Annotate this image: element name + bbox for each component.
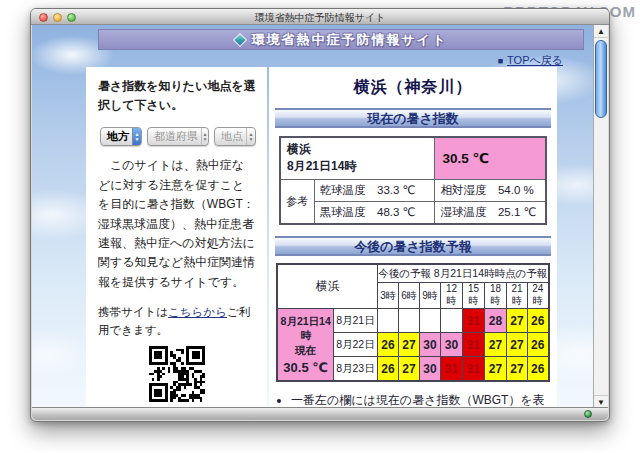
forecast-station-header: 横浜 <box>277 264 377 309</box>
sidebar: 暑さ指数を知りたい地点を選択して下さい。 地方 ▲ ▼ 都道府県 ▲ ▼ <box>86 67 267 408</box>
section-header-current: 現在の暑さ指数 <box>275 108 551 128</box>
forecast-cell: 27 <box>398 357 419 381</box>
forecast-cell <box>440 309 462 333</box>
forecast-cell: 27 <box>506 357 527 381</box>
top-link[interactable]: ■ TOPへ戻る <box>498 53 563 68</box>
prefecture-select[interactable]: 都道府県 ▲ ▼ <box>147 127 209 146</box>
station-cell: 横浜 8月21日14時 <box>280 137 435 179</box>
hour-header: 12時 <box>440 283 462 309</box>
forecast-cell: 26 <box>377 357 398 381</box>
qr-code <box>149 346 205 402</box>
scrollbar-thumb[interactable] <box>595 40 607 118</box>
forecast-cell: 30 <box>419 357 440 381</box>
status-bar <box>32 407 608 420</box>
window-titlebar[interactable]: 環境省熱中症予防情報サイト <box>31 9 609 25</box>
page-content: 環境省熱中症予防情報サイト ■ TOPへ戻る 暑さ指数を知りたい地点を選択して下… <box>32 25 595 408</box>
current-col-label: 現在 <box>279 344 332 358</box>
select-stepper-icon: ▲ ▼ <box>246 128 255 145</box>
status-indicator-icon <box>584 410 592 418</box>
current-value-column: 8月21日14時 現在 30.5 ℃ <box>277 309 333 381</box>
forecast-cell <box>419 309 440 333</box>
hour-header: 3時 <box>377 283 398 309</box>
mobile-site-line: 携帯サイトはこちらからご利用できます。 <box>98 304 256 339</box>
select-stepper-icon: ▲ ▼ <box>132 128 141 145</box>
forecast-cell: 26 <box>527 309 548 333</box>
select-stepper-icon: ▲ ▼ <box>201 128 208 145</box>
forecast-cell: 27 <box>506 309 527 333</box>
browser-window: 環境省熱中症予防情報サイト 環境省熱中症予防情報サイト ■ TOPへ戻る 暑さ指… <box>30 8 610 422</box>
forecast-cell: 30 <box>440 333 462 357</box>
location-selects: 地方 ▲ ▼ 都道府県 ▲ ▼ 地点 <box>100 127 256 146</box>
qr-code-wrap <box>98 346 256 406</box>
point-select[interactable]: 地点 ▲ ▼ <box>214 127 256 146</box>
forecast-cell: 27 <box>398 333 419 357</box>
section-header-forecast: 今後の暑さ指数予報 <box>275 236 551 256</box>
current-col-value: 30.5 ℃ <box>279 360 332 375</box>
current-wbgt-value: 30.5 ℃ <box>435 137 546 179</box>
forecast-cell: 27 <box>484 357 506 381</box>
site-banner: 環境省熱中症予防情報サイト <box>98 29 584 50</box>
main-panel: 横浜（神奈川） 現在の暑さ指数 横浜 8月21日14時 30.5 ℃ 参考 乾球… <box>269 67 557 408</box>
site-logo-icon <box>232 32 246 46</box>
forecast-cell: 31 <box>462 333 484 357</box>
station-datetime: 8月21日14時 <box>287 158 428 175</box>
hour-header: 6時 <box>398 283 419 309</box>
forecast-cell: 30 <box>419 333 440 357</box>
reference-label: 参考 <box>280 179 314 224</box>
forecast-date: 8月22日 <box>333 333 377 357</box>
vertical-scrollbar[interactable]: ▲ ▼ <box>593 25 608 408</box>
site-banner-title: 環境省熱中症予防情報サイト <box>252 31 448 49</box>
location-title: 横浜（神奈川） <box>275 77 551 98</box>
station-name: 横浜 <box>287 141 428 158</box>
forecast-table: 横浜 今後の予報 8月21日14時時点の予報 3時 6時 9時 12時 15時 … <box>276 263 549 382</box>
hour-header: 9時 <box>419 283 440 309</box>
select-location-instruction: 暑さ指数を知りたい地点を選択して下さい。 <box>98 77 256 114</box>
note-item: 一番左の欄には現在の暑さ指数（WBGT）を表示しています。 <box>291 391 551 408</box>
forecast-cell: 26 <box>527 357 548 381</box>
mobile-site-text-pre: 携帯サイトは <box>98 306 168 318</box>
square-bullet-icon: ■ <box>498 56 503 66</box>
current-col-datetime: 8月21日14時 <box>279 314 332 342</box>
hour-header: 24時 <box>527 283 548 309</box>
wet-bulb-cell: 湿球温度 25.1 ℃ <box>435 201 546 224</box>
point-select-value: 地点 <box>215 129 246 144</box>
hour-header: 18時 <box>484 283 506 309</box>
forecast-date: 8月23日 <box>333 357 377 381</box>
prefecture-select-value: 都道府県 <box>148 129 201 144</box>
forecast-cell <box>398 309 419 333</box>
hour-header: 21時 <box>506 283 527 309</box>
region-select-value: 地方 <box>101 129 132 144</box>
stepper-down-icon: ▼ <box>249 137 254 142</box>
forecast-cell: 31 <box>462 309 484 333</box>
hour-header: 15時 <box>462 283 484 309</box>
forecast-cell: 26 <box>527 333 548 357</box>
site-description: このサイトは、熱中症などに対する注意を促すことを目的に暑さ指数（WBGT：湿球黒… <box>98 156 256 292</box>
top-link-label[interactable]: TOPへ戻る <box>507 53 563 68</box>
globe-temp-cell: 黒球温度 48.3 ℃ <box>314 201 435 224</box>
forecast-cell: 27 <box>506 333 527 357</box>
forecast-cell: 26 <box>377 333 398 357</box>
current-index-table: 横浜 8月21日14時 30.5 ℃ 参考 乾球温度 33.3 ℃ 相対湿度 5… <box>279 136 547 225</box>
notes-list: 一番左の欄には現在の暑さ指数（WBGT）を表示しています。 現在の暑さ指数は刻々… <box>291 391 551 408</box>
forecast-date: 8月21日 <box>333 309 377 333</box>
mobile-site-link[interactable]: こちらから <box>168 306 227 318</box>
forecast-span-header: 今後の予報 8月21日14時時点の予報 <box>377 264 548 283</box>
humidity-cell: 相対湿度 54.0 % <box>435 179 546 201</box>
stepper-down-icon: ▼ <box>135 137 140 142</box>
region-select[interactable]: 地方 ▲ ▼ <box>100 127 142 146</box>
dry-bulb-cell: 乾球温度 33.3 ℃ <box>314 179 435 201</box>
stepper-down-icon: ▼ <box>203 137 208 142</box>
window-title: 環境省熱中症予防情報サイト <box>31 11 609 25</box>
forecast-cell: 28 <box>484 309 506 333</box>
forecast-cell: 31 <box>462 357 484 381</box>
forecast-cell: 31 <box>440 357 462 381</box>
forecast-cell <box>377 309 398 333</box>
forecast-cell: 27 <box>484 333 506 357</box>
desktop: RBBTODAY.COM 環境省熱中症予防情報サイト 環境省熱中症予防情報サイト… <box>0 0 640 453</box>
scroll-up-arrow[interactable]: ▲ <box>594 25 608 38</box>
